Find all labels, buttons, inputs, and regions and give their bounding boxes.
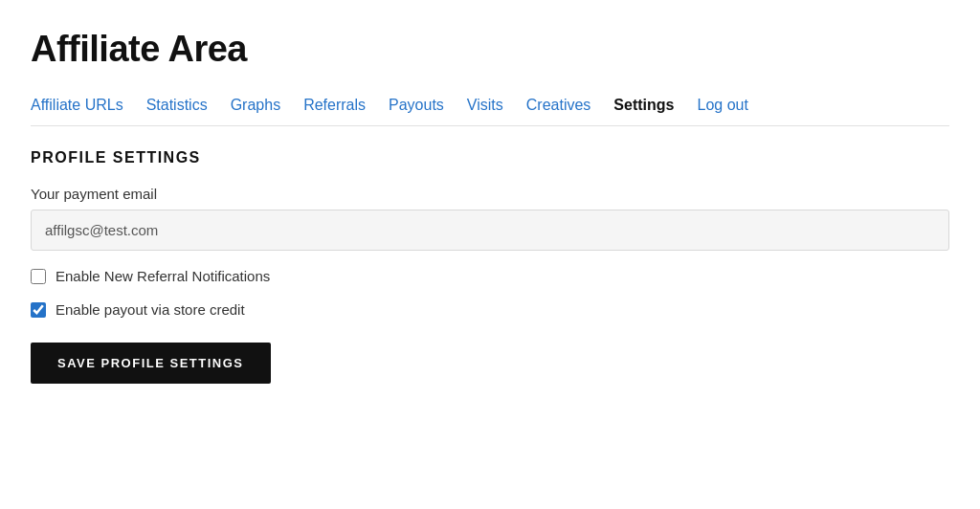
nav-statistics[interactable]: Statistics <box>146 97 208 114</box>
section-title: PROFILE SETTINGS <box>31 149 949 166</box>
nav-visits[interactable]: Visits <box>467 97 503 114</box>
referral-notifications-label[interactable]: Enable New Referral Notifications <box>56 268 270 284</box>
nav-affiliate-urls[interactable]: Affiliate URLs <box>31 97 123 114</box>
nav-creatives[interactable]: Creatives <box>526 97 591 114</box>
nav-referrals[interactable]: Referrals <box>303 97 366 114</box>
payment-email-group: Your payment email <box>31 186 949 251</box>
payout-credit-group: Enable payout via store credit <box>31 301 949 318</box>
referral-notifications-group: Enable New Referral Notifications <box>31 268 949 284</box>
payment-email-label: Your payment email <box>31 186 949 202</box>
nav-payouts[interactable]: Payouts <box>389 97 444 114</box>
payout-credit-label[interactable]: Enable payout via store credit <box>56 301 245 318</box>
profile-settings-section: PROFILE SETTINGS Your payment email Enab… <box>31 149 949 384</box>
page-title: Affiliate Area <box>31 29 949 70</box>
payment-email-input[interactable] <box>31 210 949 251</box>
save-profile-button[interactable]: SAVE PROFILE SETTINGS <box>31 343 271 384</box>
payout-credit-checkbox[interactable] <box>31 302 46 318</box>
nav-logout[interactable]: Log out <box>697 97 747 114</box>
nav-graphs[interactable]: Graphs <box>231 97 280 114</box>
referral-notifications-checkbox[interactable] <box>31 269 46 284</box>
nav-settings[interactable]: Settings <box>613 97 674 114</box>
navigation: Affiliate URLs Statistics Graphs Referra… <box>31 97 949 126</box>
